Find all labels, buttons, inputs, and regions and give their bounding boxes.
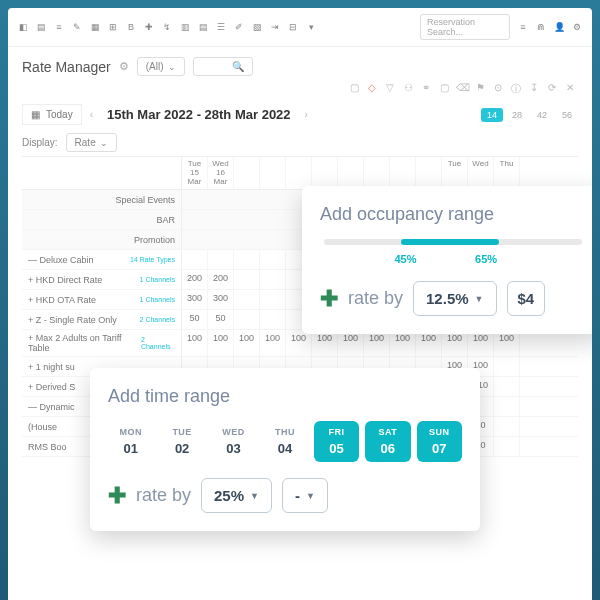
refresh-icon[interactable]: ⟳	[546, 82, 558, 96]
day-button[interactable]: WED03	[211, 421, 256, 462]
toolbar-icon[interactable]: ▥	[180, 22, 190, 32]
rate-cell[interactable]: 50	[182, 310, 208, 329]
rate-cell[interactable]	[260, 290, 286, 309]
section-header: Special Events	[22, 190, 182, 209]
trash-icon[interactable]: ⌫	[456, 82, 468, 96]
prev-week-button[interactable]: ‹	[90, 109, 93, 120]
rate-cell[interactable]	[494, 377, 520, 396]
rate-cell[interactable]	[494, 397, 520, 416]
settings-icon[interactable]: ⚙	[572, 22, 582, 32]
user-icon[interactable]: 👤	[554, 22, 564, 32]
toolbar-icon[interactable]: ↯	[162, 22, 172, 32]
rate-cell[interactable]: 100	[234, 330, 260, 356]
toolbar-icon[interactable]: ⊞	[108, 22, 118, 32]
rate-cell[interactable]: 100	[338, 330, 364, 356]
link-icon[interactable]: ⚭	[420, 82, 432, 96]
rate-cell[interactable]: 200	[182, 270, 208, 289]
rate-cell[interactable]: 100	[416, 330, 442, 356]
rate-cell[interactable]	[260, 270, 286, 289]
rate-cell[interactable]: 50	[208, 310, 234, 329]
rate-amount-field[interactable]: $4	[507, 281, 546, 316]
day-button[interactable]: MON01	[108, 421, 153, 462]
rate-cell[interactable]	[494, 357, 520, 376]
rate-cell[interactable]: 100	[364, 330, 390, 356]
user-icon[interactable]: ⚇	[402, 82, 414, 96]
rate-cell[interactable]: 100	[468, 330, 494, 356]
view-14-button[interactable]: 14	[481, 108, 503, 122]
day-button[interactable]: FRI05	[314, 421, 359, 462]
close-icon[interactable]: ✕	[564, 82, 576, 96]
rate-cell[interactable]	[182, 250, 208, 269]
rate-cell[interactable]	[260, 250, 286, 269]
reservation-search-input[interactable]: Reservation Search...	[420, 14, 510, 40]
rate-cell[interactable]	[234, 290, 260, 309]
rate-config-icon[interactable]: ⚙	[119, 60, 129, 73]
toolbar-icon[interactable]: ≡	[54, 22, 64, 32]
toolbar-icon[interactable]: ⊟	[288, 22, 298, 32]
day-button[interactable]: SUN07	[417, 421, 462, 462]
time-range-card: Add time range MON01TUE02WED03THU04FRI05…	[90, 368, 480, 531]
toolbar-icon[interactable]: ▤	[198, 22, 208, 32]
today-button[interactable]: ▦ Today	[22, 104, 82, 125]
day-button[interactable]: THU04	[262, 421, 307, 462]
rate-cell[interactable]: 100	[208, 330, 234, 356]
rate-cell[interactable]: 200	[208, 270, 234, 289]
rate-cell[interactable]: 100	[390, 330, 416, 356]
copy-icon[interactable]: ▢	[348, 82, 360, 96]
rate-secondary-dropdown[interactable]: -	[282, 478, 328, 513]
comment-icon[interactable]: ◇	[366, 82, 378, 96]
display-dropdown[interactable]: Rate	[66, 133, 117, 152]
toolbar-icon[interactable]: ▤	[36, 22, 46, 32]
rate-percent-dropdown[interactable]: 12.5%	[413, 281, 496, 316]
occupancy-range-slider[interactable]	[324, 239, 582, 245]
settings-icon[interactable]: ⊙	[492, 82, 504, 96]
view-28-button[interactable]: 28	[506, 108, 528, 122]
plus-icon[interactable]: ✚	[108, 483, 126, 509]
rate-cell[interactable]: 100	[260, 330, 286, 356]
filter-icon[interactable]: ▽	[384, 82, 396, 96]
rate-percent-dropdown[interactable]: 25%	[201, 478, 272, 513]
rate-cell[interactable]: 300	[182, 290, 208, 309]
rate-cell[interactable]: 100	[494, 330, 520, 356]
toolbar-icon[interactable]: ✐	[234, 22, 244, 32]
rate-cell[interactable]	[494, 417, 520, 436]
next-week-button[interactable]: ›	[305, 109, 308, 120]
wifi-icon[interactable]: ⋒	[536, 22, 546, 32]
rate-cell[interactable]: 100	[312, 330, 338, 356]
toolbar-icon[interactable]: ⇥	[270, 22, 280, 32]
toolbar-icon[interactable]: ☰	[216, 22, 226, 32]
toolbar-icon[interactable]: ▦	[90, 22, 100, 32]
property-filter-dropdown[interactable]: (All)	[137, 57, 185, 76]
plus-icon[interactable]: ✚	[320, 286, 338, 312]
rate-cell[interactable]: 100	[182, 330, 208, 356]
toolbar-icon[interactable]: ✚	[144, 22, 154, 32]
clipboard-icon[interactable]: ▢	[438, 82, 450, 96]
view-42-button[interactable]: 42	[531, 108, 553, 122]
toolbar-icon[interactable]: ▧	[252, 22, 262, 32]
rate-cell[interactable]: 300	[208, 290, 234, 309]
rate-cell[interactable]: 100	[286, 330, 312, 356]
row-meta: 2 Channels	[140, 316, 175, 323]
toolbar-icon[interactable]: ◧	[18, 22, 28, 32]
rate-cell[interactable]	[260, 310, 286, 329]
day-button[interactable]: SAT06	[365, 421, 410, 462]
occupancy-range-card: Add occupancy range 45% 65% ✚ rate by 12…	[302, 186, 592, 334]
toolbar-icon[interactable]: ▾	[306, 22, 316, 32]
rate-cell[interactable]	[234, 250, 260, 269]
flag-icon[interactable]: ⚑	[474, 82, 486, 96]
toolbar-icon[interactable]: ✎	[72, 22, 82, 32]
toolbar-icon[interactable]: B	[126, 22, 136, 32]
rate-row[interactable]: + Max 2 Adults on Tariff Table2 Channels…	[22, 330, 578, 357]
rate-cell[interactable]	[208, 250, 234, 269]
view-56-button[interactable]: 56	[556, 108, 578, 122]
rate-cell[interactable]	[494, 437, 520, 456]
rate-cell[interactable]: 100	[442, 330, 468, 356]
rate-cell[interactable]	[234, 270, 260, 289]
day-button[interactable]: TUE02	[159, 421, 204, 462]
menu-icon[interactable]: ≡	[518, 22, 528, 32]
export-icon[interactable]: ↧	[528, 82, 540, 96]
row-label: + HKD OTA Rate	[28, 295, 96, 305]
rate-search-input[interactable]: 🔍	[193, 57, 253, 76]
info-icon[interactable]: ⓘ	[510, 82, 522, 96]
rate-cell[interactable]	[234, 310, 260, 329]
